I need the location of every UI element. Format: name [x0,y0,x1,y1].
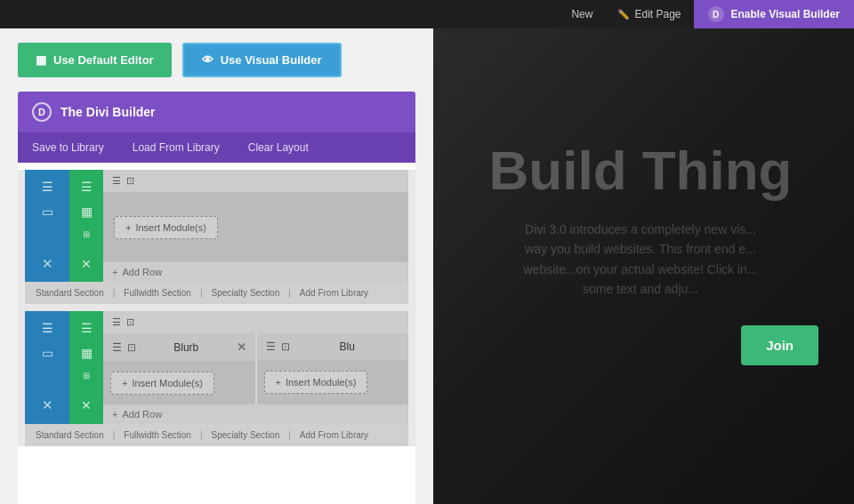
blurb2-screen[interactable]: ⊡ [281,340,290,353]
editor-buttons-row: ▦ Use Default Editor 👁 Use Visual Builde… [0,28,433,92]
row-layout-icon[interactable]: ▦ [78,202,95,221]
layout-icon[interactable]: ▭ [39,202,56,221]
edit-page-label: Edit Page [634,8,681,20]
blurb1-screen[interactable]: ⊡ [127,341,136,354]
col-1-module-area: + Insert Module(s) [103,361,255,404]
blurb1-title: Blurb [141,341,231,354]
blurb1-hamburger[interactable]: ☰ [112,341,122,354]
plus-icon-c2: + [276,377,281,388]
hero-description: Divi 3.0 introduces a completely new vis… [523,220,757,300]
divi-builder-panel: D The Divi Builder Save to Library Load … [18,92,415,504]
s2-footer-library[interactable]: Add From Library [296,428,372,442]
section-1-inner: ☰ ▭ ✕ ☰ ▦ ⊞ ✕ ☰ ⊡ [25,170,408,282]
s2-hamburger-icon[interactable]: ☰ [39,318,56,338]
pencil-icon: ✏️ [617,9,630,20]
plus-icon: + [125,222,131,233]
footer-standard-section[interactable]: Standard Section [32,286,108,300]
row-header-screen[interactable]: ⊡ [126,175,134,187]
col-2: ☰ ⊡ Blu + Insert Module(s) [257,333,409,404]
row-x-icon[interactable]: ✕ [78,254,94,274]
section-2-row-header: ☰ ⊡ [103,311,408,333]
s2-row-header-screen[interactable]: ⊡ [126,316,134,328]
x-remove-section[interactable]: ✕ [39,253,56,275]
clear-layout-btn[interactable]: Clear Layout [234,132,323,163]
hero-section: Build Thing Divi 3.0 introduces a comple… [427,0,854,504]
footer-fullwidth-section[interactable]: Fullwidth Section [120,286,195,300]
section-1-green-sidebar: ☰ ▦ ⊞ ✕ [69,170,103,282]
top-bar-new[interactable]: New [559,0,605,28]
divi-logo-circle: D [708,6,724,22]
divi-toolbar: Save to Library Load From Library Clear … [18,132,415,163]
section-1-row-header: ☰ ⊡ [103,170,408,192]
section-2-green-sidebar: ☰ ▦ ⊞ ✕ [69,311,103,424]
enable-visual-builder-button[interactable]: D Enable Visual Builder [694,0,854,28]
add-row-plus: + [112,267,117,277]
section-1-module-area: + Insert Module(s) [103,192,408,262]
divi-logo: D [32,102,52,122]
s2-footer-fullwidth[interactable]: Fullwidth Section [120,428,195,442]
footer-add-from-library[interactable]: Add From Library [296,286,372,300]
add-row-bar-2[interactable]: + Add Row [103,404,408,424]
s2-footer-standard[interactable]: Standard Section [32,428,108,442]
hero-title: Build Thing [489,139,793,202]
top-bar: New ✏️ Edit Page D Enable Visual Builder [0,0,854,28]
load-from-library-btn[interactable]: Load From Library [118,132,234,163]
s2-row-grid[interactable]: ⊞ [80,368,93,383]
add-row-plus-2: + [112,409,117,420]
section-1-sidebar: ☰ ▭ ✕ [25,170,69,282]
default-editor-button[interactable]: ▦ Use Default Editor [18,43,172,77]
insert-module-button-col2[interactable]: + Insert Module(s) [264,371,368,394]
section-2-footer: Standard Section | Fullwidth Section | S… [25,424,408,446]
top-bar-items: New ✏️ Edit Page D Enable Visual Builder [559,0,854,28]
blurb-module-2: ☰ ⊡ Blu [257,333,409,360]
grid-icon: ▦ [36,53,46,67]
enable-vb-label: Enable Visual Builder [731,8,840,20]
divi-builder-title: The Divi Builder [60,105,156,119]
top-bar-edit-page[interactable]: ✏️ Edit Page [605,0,693,28]
builder-content: ☰ ▭ ✕ ☰ ▦ ⊞ ✕ ☰ ⊡ [18,170,415,446]
eye-icon: 👁 [202,53,214,67]
blurb2-title: Blu [295,340,400,353]
s2-row-header-hamburger[interactable]: ☰ [112,316,121,328]
row-grid-icon[interactable]: ⊞ [80,227,93,242]
row-header-hamburger[interactable]: ☰ [112,175,121,187]
section-2-inner: ☰ ▭ ✕ ☰ ▦ ⊞ ✕ ☰ ⊡ [25,311,408,424]
hamburger-icon[interactable]: ☰ [39,177,56,196]
save-to-library-btn[interactable]: Save to Library [18,132,118,163]
section-1-footer: Standard Section | Fullwidth Section | S… [25,282,408,304]
s2-x-icon[interactable]: ✕ [39,395,56,416]
blurb2-hamburger[interactable]: ☰ [266,340,276,353]
plus-icon-c1: + [122,378,127,388]
add-row-bar-1[interactable]: + Add Row [103,262,408,282]
insert-module-button-col1[interactable]: + Insert Module(s) [110,372,214,395]
section-1-main: ☰ ⊡ + Insert Module(s) + Add Row [103,170,408,282]
blurb-module-1: ☰ ⊡ Blurb ✕ [103,333,255,361]
left-panel: ▦ Use Default Editor 👁 Use Visual Builde… [0,28,433,504]
col-2-module-area: + Insert Module(s) [257,360,409,404]
section-2-sidebar: ☰ ▭ ✕ [25,311,69,424]
footer-specialty-section[interactable]: Specialty Section [208,286,284,300]
s2-row-hamburger[interactable]: ☰ [78,318,95,338]
insert-module-button-1[interactable]: + Insert Module(s) [114,216,218,239]
hero-join-button[interactable]: Join [741,325,818,365]
section-1: ☰ ▭ ✕ ☰ ▦ ⊞ ✕ ☰ ⊡ [25,170,408,304]
section-2-main: ☰ ⊡ ☰ ⊡ Blurb ✕ [103,311,408,424]
section-2: ☰ ▭ ✕ ☰ ▦ ⊞ ✕ ☰ ⊡ [25,311,408,446]
section-2-columns: ☰ ⊡ Blurb ✕ + Insert Module(s) [103,333,408,404]
blurb1-remove[interactable]: ✕ [237,340,246,354]
divi-builder-header: D The Divi Builder [18,92,415,132]
new-label: New [571,8,592,20]
visual-builder-button[interactable]: 👁 Use Visual Builder [182,43,342,77]
s2-row-layout[interactable]: ▦ [78,343,95,363]
s2-footer-specialty[interactable]: Specialty Section [208,428,284,442]
row-hamburger-icon[interactable]: ☰ [78,177,95,196]
s2-layout-icon[interactable]: ▭ [39,343,56,363]
col-1: ☰ ⊡ Blurb ✕ + Insert Module(s) [103,333,255,404]
s2-row-x[interactable]: ✕ [78,396,94,415]
